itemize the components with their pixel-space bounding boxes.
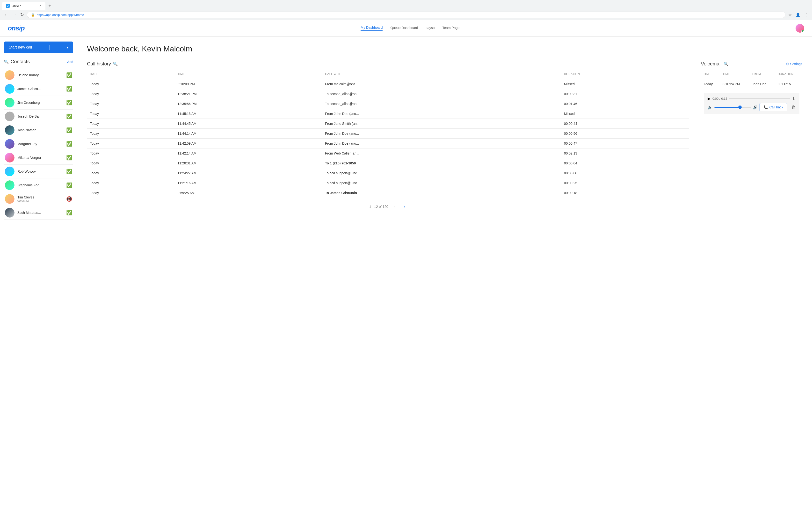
volume-fill <box>714 107 740 108</box>
contact-item[interactable]: Mike La Vorgna ✅ <box>4 151 73 165</box>
table-row[interactable]: Today 12:38:21 PM To second_alias@on... … <box>87 89 689 99</box>
nav-my-dashboard[interactable]: My Dashboard <box>361 25 383 31</box>
audio-download-btn[interactable]: ⬇ <box>792 96 796 101</box>
browser-tab[interactable]: O OnSIP × <box>2 2 45 10</box>
audio-controls: ▶ 0:00 / 0:15 ⬇ <box>708 96 796 101</box>
table-row[interactable]: Today 11:28:31 AM To 1 (215) 701-3050 00… <box>87 158 689 168</box>
browser-profile-btn[interactable]: 👤 <box>795 12 801 18</box>
voicemail-settings-link[interactable]: ⚙ Settings <box>786 62 802 66</box>
contact-item[interactable]: Joseph De Bari ✅ <box>4 110 73 123</box>
start-new-call-button[interactable]: Start new call ▾ <box>4 42 73 53</box>
table-row[interactable]: Today 11:44:45 AM From Jane Smith (an...… <box>87 119 689 129</box>
call-history-section: Call history 🔍 DATE TIME CALL WITH DURAT… <box>87 61 689 210</box>
online-status-icon: ✅ <box>66 100 72 106</box>
cell-time: 11:44:45 AM <box>174 119 322 129</box>
cell-date: Today <box>87 79 174 89</box>
col-date: DATE <box>87 70 174 79</box>
table-row[interactable]: Today 9:59:25 AM To James Criscuolo 00:0… <box>87 188 689 198</box>
table-row[interactable]: Today 12:35:56 PM To second_alias@on... … <box>87 99 689 109</box>
avatar <box>5 139 14 149</box>
pagination-next-btn[interactable]: › <box>401 203 407 210</box>
contact-name: Joseph De Bari <box>17 114 63 118</box>
cell-date: Today <box>87 178 174 188</box>
play-pause-btn[interactable]: ▶ <box>708 96 711 101</box>
contact-item[interactable]: Tim Cleves 00:08:33 📵 <box>4 192 73 206</box>
contact-item[interactable]: Jim Greenberg ✅ <box>4 96 73 110</box>
cell-duration: 00:00:08 <box>561 168 689 178</box>
contact-item[interactable]: Helene Kidary ✅ <box>4 68 73 82</box>
table-row[interactable]: Today 11:42:14 AM From Web Caller (an...… <box>87 149 689 158</box>
cell-call-with: To 1 (215) 701-3050 <box>322 158 561 168</box>
contact-item[interactable]: Margaret Joy ✅ <box>4 137 73 151</box>
avatar <box>5 125 14 135</box>
audio-player-row: ▶ 0:00 / 0:15 ⬇ 🔈 <box>701 89 802 118</box>
call-history-table: DATE TIME CALL WITH DURATION Today 3:10:… <box>87 70 689 198</box>
browser-new-tab-btn[interactable]: + <box>46 2 53 10</box>
browser-url-bar[interactable]: 🔒 https://app.onsip.com/app/#/home <box>27 12 785 18</box>
vm-cell-duration: 00:00:15 <box>775 79 802 89</box>
call-back-label: Call back <box>769 105 783 109</box>
cell-date: Today <box>87 129 174 138</box>
vm-cell-date: Today <box>701 79 720 89</box>
cell-time: 11:45:13 AM <box>174 109 322 119</box>
call-history-tbody: Today 3:10:09 PM From malcolm@ons... Mis… <box>87 79 689 198</box>
cell-date: Today <box>87 168 174 178</box>
browser-address-bar: ← → ↻ 🔒 https://app.onsip.com/app/#/home… <box>0 10 812 20</box>
table-row[interactable]: Today 11:21:16 AM To acd.support@junc...… <box>87 178 689 188</box>
browser-bookmark-btn[interactable]: ☆ <box>788 12 793 18</box>
browser-refresh-btn[interactable]: ↻ <box>19 11 25 18</box>
avatar <box>5 194 14 204</box>
cell-duration: 00:00:31 <box>561 89 689 99</box>
cell-call-with: From Jane Smith (an... <box>322 119 561 129</box>
contact-item[interactable]: Josh Nathan ✅ <box>4 123 73 137</box>
audio-progress-bar[interactable] <box>729 98 790 99</box>
gear-icon: ⚙ <box>786 62 789 66</box>
audio-player: ▶ 0:00 / 0:15 ⬇ 🔈 <box>704 93 800 114</box>
voicemail-delete-btn[interactable]: 🗑 <box>791 105 796 110</box>
cell-duration: 00:00:44 <box>561 119 689 129</box>
nav-team-page[interactable]: Team Page <box>442 26 459 31</box>
cell-call-with: From John Doe (ano... <box>322 109 561 119</box>
cell-time: 9:59:25 AM <box>174 188 322 198</box>
table-row[interactable]: Today 11:44:14 AM From John Doe (ano... … <box>87 129 689 138</box>
browser-back-btn[interactable]: ← <box>3 11 9 18</box>
volume-knob[interactable] <box>738 106 742 109</box>
table-row[interactable]: Today 11:24:27 AM To acd.support@junc...… <box>87 168 689 178</box>
browser-favicon: O <box>6 4 10 8</box>
chevron-down-icon: ▾ <box>67 45 68 49</box>
contacts-search-icon[interactable]: 🔍 <box>4 59 9 64</box>
call-back-button[interactable]: 📞 Call back <box>760 103 788 111</box>
avatar <box>5 84 14 94</box>
table-row[interactable]: Today 3:10:09 PM From malcolm@ons... Mis… <box>87 79 689 89</box>
nav-sayso[interactable]: sayso <box>426 26 435 31</box>
add-contact-link[interactable]: Add <box>67 60 73 64</box>
voicemail-action-row: 🔈 🔊 📞 Ca <box>708 103 796 111</box>
nav-queue-dashboard[interactable]: Queue Dashboard <box>390 26 418 31</box>
avatar <box>5 98 14 107</box>
call-history-search-icon[interactable]: 🔍 <box>113 62 118 66</box>
browser-forward-btn[interactable]: → <box>11 11 17 18</box>
volume-bar[interactable] <box>714 107 751 108</box>
voicemail-search-icon[interactable]: 🔍 <box>723 62 728 66</box>
user-avatar[interactable] <box>796 24 804 33</box>
voicemail-row[interactable]: Today 3:10:24 PM John Doe 00:00:15 <box>701 79 802 89</box>
cell-call-with: To acd.support@junc... <box>322 168 561 178</box>
col-time: TIME <box>174 70 322 79</box>
start-call-label: Start new call <box>9 45 32 50</box>
avatar <box>5 70 14 80</box>
cell-call-with: From malcolm@ons... <box>322 79 561 89</box>
table-row[interactable]: Today 11:45:13 AM From John Doe (ano... … <box>87 109 689 119</box>
contact-item[interactable]: Zach Mataras... ✅ <box>4 206 73 220</box>
call-history-thead: DATE TIME CALL WITH DURATION <box>87 70 689 79</box>
pagination-prev-btn[interactable]: ‹ <box>392 203 398 210</box>
contact-item[interactable]: James Crisco... ✅ <box>4 82 73 96</box>
browser-menu-btn[interactable]: ⋮ <box>803 12 809 18</box>
contact-item[interactable]: Stephanie For... ✅ <box>4 178 73 192</box>
table-row[interactable]: Today 11:42:59 AM From John Doe (ano... … <box>87 138 689 149</box>
contact-item[interactable]: Rob Wolpov ✅ <box>4 165 73 178</box>
browser-tab-close-btn[interactable]: × <box>39 4 42 8</box>
cell-time: 11:21:16 AM <box>174 178 322 188</box>
call-history-header-row: DATE TIME CALL WITH DURATION <box>87 70 689 79</box>
online-status-icon: ✅ <box>66 182 72 188</box>
cell-time: 3:10:09 PM <box>174 79 322 89</box>
